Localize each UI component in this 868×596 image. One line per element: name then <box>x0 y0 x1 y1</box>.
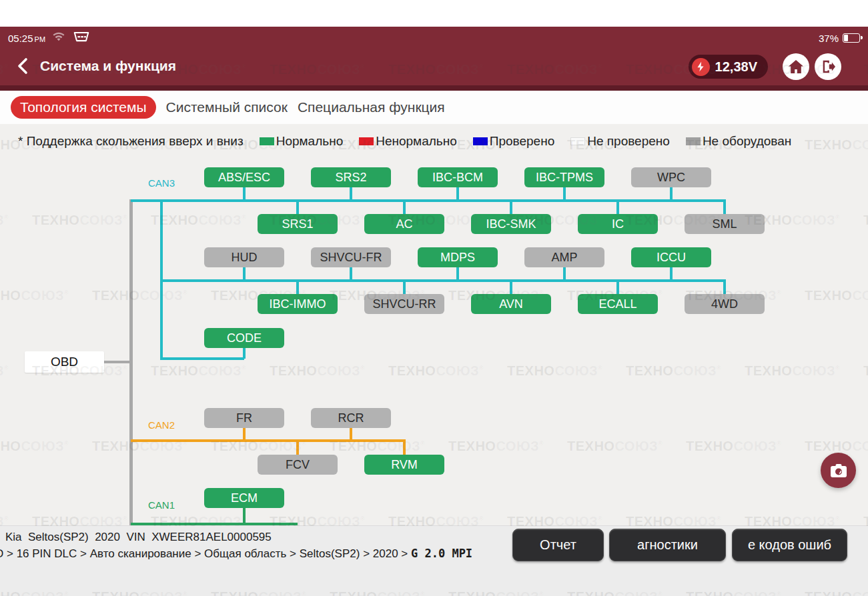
bus-wire <box>296 441 299 455</box>
ecu-node[interactable]: HUD <box>204 247 284 267</box>
bus-wire <box>296 281 299 295</box>
bus-wire <box>131 199 726 202</box>
ecu-node[interactable]: RVM <box>364 455 444 475</box>
ecu-node[interactable]: FCV <box>258 455 338 475</box>
screenshot-button[interactable] <box>821 453 856 488</box>
ecu-node[interactable]: WPC <box>631 167 711 187</box>
bus-wire <box>160 357 244 360</box>
bus-wire <box>456 267 459 280</box>
bus-wire <box>403 281 406 295</box>
ecu-node[interactable]: MDPS <box>418 247 498 267</box>
bus-wire <box>723 199 726 215</box>
bus-wire <box>670 267 673 280</box>
bus-wire <box>350 187 352 201</box>
bus-wire <box>670 187 673 201</box>
report-button[interactable]: Отчет <box>512 529 604 561</box>
ecu-node[interactable]: ICCU <box>631 247 711 267</box>
bus-wire <box>104 361 129 363</box>
vehicle-info: Kia Seltos(SP2) 2020 VIN XWEER81AEL00005… <box>5 531 272 544</box>
bus-wire <box>131 439 406 442</box>
bus-wire <box>616 201 619 215</box>
read-dtc-button[interactable]: е кодов ошиб <box>732 529 847 561</box>
obd-connector-node: OBD <box>25 351 104 373</box>
ecu-node[interactable]: SHVCU-RR <box>364 294 444 314</box>
ecu-node[interactable]: ABS/ESC <box>204 167 284 187</box>
bus-wire <box>296 201 299 215</box>
footer-bar: Kia Seltos(SP2) 2020 VIN XWEER81AEL00005… <box>0 525 868 596</box>
bus-wire <box>563 267 566 280</box>
bus-wire <box>243 267 246 280</box>
system-topology-diagram: CAN3CAN2CAN1ABS/ESCSRS2IBC-BCMIBC-TPMSWP… <box>0 0 868 596</box>
ecu-node[interactable]: IBC-BCM <box>418 167 498 187</box>
bus-wire <box>129 199 133 527</box>
ecu-node[interactable]: IBC-TPMS <box>524 167 604 187</box>
bus-wire <box>350 427 352 440</box>
ecu-node[interactable]: 4WD <box>685 294 765 314</box>
bus-wire <box>243 427 246 440</box>
ecu-node[interactable]: SML <box>685 214 765 234</box>
ecu-node[interactable]: AVN <box>471 294 551 314</box>
ecu-node[interactable]: SRS2 <box>311 167 391 187</box>
bus-wire <box>456 187 459 201</box>
bus-wire <box>563 187 566 201</box>
bus-wire <box>403 439 406 455</box>
ecu-node[interactable]: ECM <box>204 488 284 508</box>
screen: 05:25PM 37% Система и функция 12,38V <box>0 0 868 596</box>
bus-wire <box>616 281 619 295</box>
ecu-node[interactable]: IC <box>578 214 658 234</box>
bus-wire <box>243 187 246 201</box>
ecu-node[interactable]: IBC-SMK <box>471 214 551 234</box>
ecu-node[interactable]: CODE <box>204 328 284 348</box>
ecu-node[interactable]: AMP <box>524 247 604 267</box>
ecu-node[interactable]: ECALL <box>578 294 658 314</box>
bus-wire <box>510 281 512 295</box>
ecu-node[interactable]: RCR <box>311 408 391 428</box>
ecu-node[interactable]: AC <box>364 214 444 234</box>
bus-wire <box>510 201 512 215</box>
bus-wire <box>403 201 406 215</box>
bus-wire <box>243 507 246 523</box>
bus-wire <box>350 267 352 280</box>
ecu-node[interactable]: SHVCU-FR <box>311 247 391 267</box>
ecu-node[interactable]: FR <box>204 408 284 428</box>
engine-code: G 2.0 MPI <box>411 547 472 560</box>
ecu-node[interactable]: IBC-IMMO <box>258 294 338 314</box>
bus-wire <box>723 279 726 295</box>
camera-icon <box>830 463 847 478</box>
bus-label-can1: CAN1 <box>148 499 175 511</box>
ecu-node[interactable]: SRS1 <box>258 214 338 234</box>
bus-label-can3: CAN3 <box>148 177 175 189</box>
bus-label-can2: CAN2 <box>148 419 175 431</box>
breadcrumb: D > 16 PIN DLC > Авто сканирование > Общ… <box>0 547 472 561</box>
diagnostics-button[interactable]: агностики <box>609 529 726 561</box>
